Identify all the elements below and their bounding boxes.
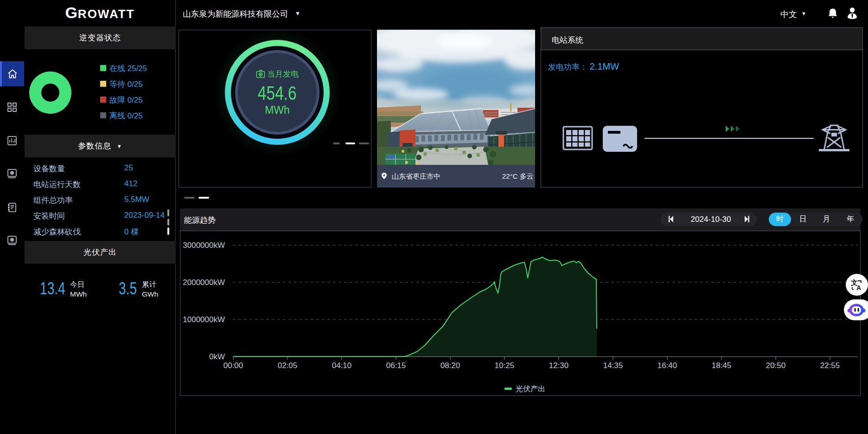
svg-text:08:20: 08:20 xyxy=(440,361,460,370)
svg-text:04:10: 04:10 xyxy=(332,361,352,370)
svg-text:10:25: 10:25 xyxy=(495,361,515,370)
svg-text:18:45: 18:45 xyxy=(712,361,732,370)
svg-text:22:55: 22:55 xyxy=(820,361,840,370)
svg-text:12:30: 12:30 xyxy=(549,361,569,370)
svg-text:20:50: 20:50 xyxy=(766,361,786,370)
svg-text:16:40: 16:40 xyxy=(657,361,677,370)
svg-text:02:05: 02:05 xyxy=(278,361,298,370)
svg-text:0kW: 0kW xyxy=(209,352,225,361)
svg-text:14:35: 14:35 xyxy=(603,361,623,370)
svg-text:06:15: 06:15 xyxy=(386,361,406,370)
svg-text:A: A xyxy=(856,284,861,291)
svg-text:1000000kW: 1000000kW xyxy=(183,315,225,324)
svg-text:3000000kW: 3000000kW xyxy=(183,241,225,250)
svg-text:2000000kW: 2000000kW xyxy=(183,278,225,287)
svg-text:00:00: 00:00 xyxy=(223,361,243,370)
